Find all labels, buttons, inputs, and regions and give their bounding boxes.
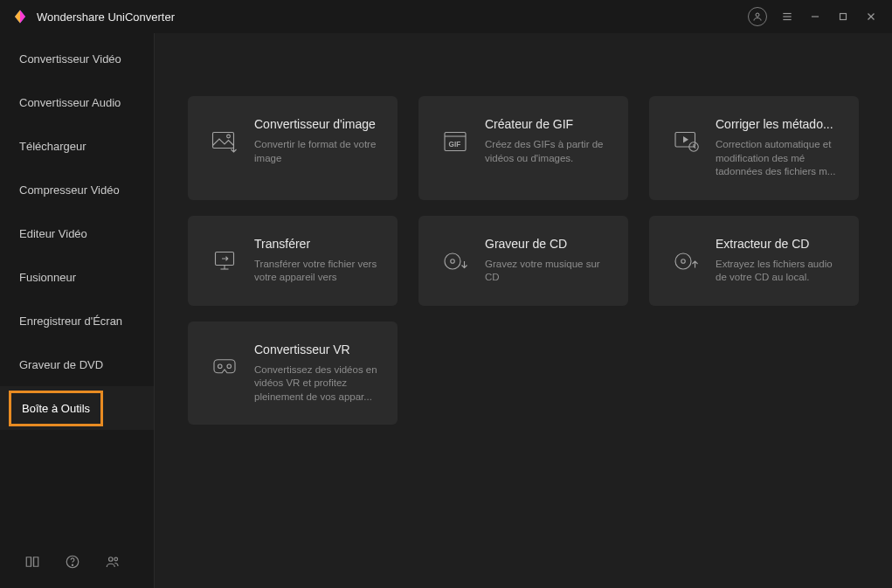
tool-card-title: Transférer bbox=[254, 237, 380, 251]
guide-icon[interactable] bbox=[24, 554, 40, 570]
tool-card-transfer[interactable]: Transférer Transférer votre fichier vers… bbox=[188, 216, 398, 306]
svg-point-32 bbox=[227, 364, 232, 369]
sidebar-item-label: Enregistreur d'Écran bbox=[19, 315, 122, 328]
vr-icon bbox=[205, 348, 244, 386]
sidebar-item-video-editor[interactable]: Editeur Vidéo bbox=[0, 211, 154, 255]
svg-text:GIF: GIF bbox=[449, 141, 461, 149]
tool-card-desc: Convertissez des vidéos en vidéos VR et … bbox=[254, 363, 380, 405]
community-icon[interactable] bbox=[105, 554, 121, 570]
tool-card-fix-metadata[interactable]: Corriger les métado... Correction automa… bbox=[649, 96, 859, 200]
tool-card-title: Créateur de GIF bbox=[485, 117, 611, 131]
app-title: Wondershare UniConverter bbox=[37, 10, 175, 24]
tool-card-title: Graveur de CD bbox=[485, 237, 611, 251]
svg-point-27 bbox=[445, 253, 460, 269]
tool-card-desc: Extrayez les fichiers audio de votre CD … bbox=[716, 258, 841, 285]
app-logo-icon bbox=[12, 9, 28, 24]
sidebar-item-label: Fusionneur bbox=[19, 271, 76, 284]
cd-burn-icon bbox=[436, 242, 474, 280]
svg-point-30 bbox=[681, 259, 686, 263]
sidebar-item-downloader[interactable]: Téléchargeur bbox=[0, 124, 154, 168]
tool-card-title: Convertisseur d'image bbox=[254, 117, 380, 131]
sidebar-item-audio-converter[interactable]: Convertisseur Audio bbox=[0, 80, 154, 124]
tool-card-desc: Correction automatique et modification d… bbox=[716, 138, 841, 179]
sidebar-item-label: Téléchargeur bbox=[19, 140, 86, 153]
svg-marker-20 bbox=[683, 136, 688, 143]
svg-point-0 bbox=[756, 13, 759, 17]
tool-card-vr-converter[interactable]: Convertisseur VR Convertissez des vidéos… bbox=[188, 322, 398, 425]
svg-point-15 bbox=[227, 135, 231, 138]
svg-point-11 bbox=[72, 564, 73, 565]
tool-card-title: Corriger les métado... bbox=[716, 117, 841, 131]
svg-rect-5 bbox=[840, 14, 847, 20]
tool-card-gif-maker[interactable]: GIF Créateur de GIF Créez des GIFs à par… bbox=[418, 96, 628, 200]
help-icon[interactable] bbox=[65, 554, 80, 570]
sidebar-item-video-converter[interactable]: Convertisseur Vidéo bbox=[0, 37, 154, 80]
titlebar: Wondershare UniConverter bbox=[0, 0, 892, 33]
sidebar-item-merger[interactable]: Fusionneur bbox=[0, 255, 154, 299]
transfer-icon bbox=[205, 242, 244, 280]
sidebar-item-video-compressor[interactable]: Compresseur Vidéo bbox=[0, 168, 154, 211]
svg-point-13 bbox=[114, 557, 118, 561]
svg-line-23 bbox=[694, 147, 695, 149]
sidebar-item-dvd-burner[interactable]: Graveur de DVD bbox=[0, 342, 154, 386]
tools-grid: Convertisseur d'image Convertir le forma… bbox=[188, 96, 859, 425]
tool-card-desc: Créez des GIFs à partir de vidéos ou d'i… bbox=[485, 138, 611, 165]
tool-card-cd-burner[interactable]: Graveur de CD Gravez votre musique sur C… bbox=[418, 216, 628, 306]
sidebar-item-screen-recorder[interactable]: Enregistreur d'Écran bbox=[0, 299, 154, 342]
maximize-icon[interactable] bbox=[829, 3, 857, 31]
svg-point-12 bbox=[109, 557, 114, 562]
close-icon[interactable] bbox=[857, 3, 885, 31]
sidebar-item-label: Boîte à Outils bbox=[9, 391, 103, 426]
account-icon[interactable] bbox=[745, 3, 773, 31]
sidebar-footer bbox=[0, 536, 154, 588]
tool-card-image-converter[interactable]: Convertisseur d'image Convertir le forma… bbox=[188, 96, 398, 200]
tool-card-title: Extracteur de CD bbox=[716, 237, 841, 251]
image-convert-icon bbox=[205, 122, 244, 161]
content-area: Convertisseur d'image Convertir le forma… bbox=[155, 33, 892, 588]
svg-point-31 bbox=[218, 364, 223, 369]
sidebar-item-label: Graveur de DVD bbox=[19, 358, 103, 371]
minimize-icon[interactable] bbox=[801, 3, 829, 31]
svg-point-28 bbox=[451, 259, 455, 263]
tool-card-cd-ripper[interactable]: Extracteur de CD Extrayez les fichiers a… bbox=[649, 216, 859, 306]
svg-point-29 bbox=[675, 253, 691, 269]
hamburger-menu-icon[interactable] bbox=[773, 3, 801, 31]
tool-card-desc: Convertir le format de votre image bbox=[254, 138, 380, 165]
sidebar-item-label: Editeur Vidéo bbox=[19, 227, 87, 240]
metadata-icon bbox=[667, 122, 705, 161]
tool-card-title: Convertisseur VR bbox=[254, 342, 380, 356]
tool-card-desc: Gravez votre musique sur CD bbox=[485, 258, 611, 285]
cd-rip-icon bbox=[667, 242, 705, 280]
sidebar-item-label: Convertisseur Vidéo bbox=[19, 52, 121, 66]
sidebar-item-label: Convertisseur Audio bbox=[19, 96, 121, 109]
sidebar-item-label: Compresseur Vidéo bbox=[19, 183, 120, 197]
svg-rect-14 bbox=[213, 133, 234, 149]
tool-card-desc: Transférer votre fichier vers votre appa… bbox=[254, 258, 380, 285]
gif-icon: GIF bbox=[436, 122, 474, 161]
sidebar: Convertisseur Vidéo Convertisseur Audio … bbox=[0, 33, 155, 588]
sidebar-item-toolbox[interactable]: Boîte à Outils bbox=[0, 386, 154, 430]
